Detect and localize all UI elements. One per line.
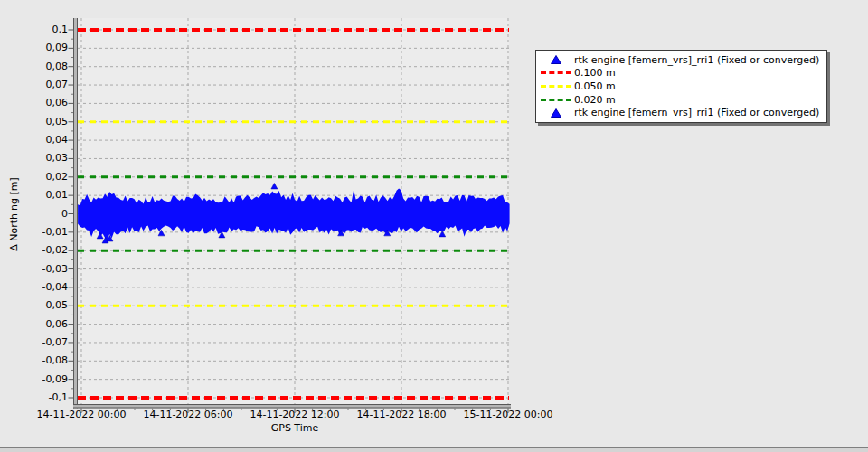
y-tick-label: -0,03 <box>23 263 68 275</box>
x-tick-label: 14-11-2022 00:00 <box>29 409 134 420</box>
y-tick-label: 0,08 <box>23 61 68 72</box>
y-tick-label: -0,08 <box>23 354 68 366</box>
window-bottom-border <box>0 447 868 452</box>
legend: rtk engine [femern_vrs]_rri1 (Fixed or c… <box>535 50 827 123</box>
y-tick-label: -0,09 <box>23 373 68 385</box>
y-tick-label: -0,05 <box>23 299 68 311</box>
x-tick-label: 15-11-2022 00:00 <box>456 409 561 420</box>
y-tick-label: 0 <box>23 208 68 220</box>
legend-item-label: rtk engine [femern_vrs]_rri1 (Fixed or c… <box>574 107 819 118</box>
y-tick-label: -0,02 <box>23 244 68 256</box>
dashed-line-icon <box>538 85 574 88</box>
y-tick-label: 0,1 <box>23 24 68 35</box>
y-tick-label: 0,09 <box>23 42 68 53</box>
dashed-line-icon <box>538 99 574 101</box>
x-tick-label: 14-11-2022 12:00 <box>242 409 347 420</box>
x-axis-title: GPS Time <box>241 422 349 434</box>
triangle-marker-icon <box>551 55 561 64</box>
triangle-marker-icon <box>538 108 574 118</box>
y-tick-label: 0,02 <box>23 171 68 183</box>
legend-item: rtk engine [femern_vrs]_rri1 (Fixed or c… <box>538 53 819 67</box>
y-tick-label: 0,03 <box>23 152 68 164</box>
chart-page: Δ Northing [m] GPS Time 0,10,090,080,070… <box>0 0 868 452</box>
legend-item-label: 0.100 m <box>574 67 616 79</box>
y-tick-label: 0,05 <box>23 116 68 127</box>
dashed-line-sample <box>541 85 571 88</box>
y-tick-label: 0,07 <box>23 79 68 90</box>
legend-item-label: 0.050 m <box>574 80 616 92</box>
legend-item: 0.050 m <box>538 80 819 93</box>
y-tick-label: 0,04 <box>23 134 68 146</box>
dashed-line-icon <box>538 71 574 74</box>
legend-item: 0.100 m <box>538 67 819 80</box>
dashed-line-sample <box>541 71 571 74</box>
legend-item-label: rtk engine [femern_vrs]_rri1 (Fixed or c… <box>574 54 819 66</box>
triangle-marker-icon <box>551 108 561 118</box>
legend-item-label: 0.020 m <box>574 94 616 106</box>
y-tick-label: -0,1 <box>23 391 68 403</box>
y-tick-label: -0,07 <box>23 336 68 348</box>
y-tick-label: -0,04 <box>23 281 68 293</box>
y-axis-title: Δ Northing [m] <box>8 124 21 305</box>
y-tick-label: 0,01 <box>23 189 68 201</box>
dashed-line-sample <box>541 99 571 101</box>
triangle-marker-icon <box>538 55 574 64</box>
y-tick-label: -0,01 <box>23 226 68 238</box>
x-tick-label: 14-11-2022 18:00 <box>349 409 454 420</box>
y-tick-label: -0,06 <box>23 318 68 330</box>
legend-item: 0.020 m <box>538 93 819 107</box>
y-tick-label: 0,06 <box>23 97 68 108</box>
x-tick-label: 14-11-2022 06:00 <box>136 409 241 420</box>
legend-item: rtk engine [femern_vrs]_rri1 (Fixed or c… <box>538 106 819 119</box>
